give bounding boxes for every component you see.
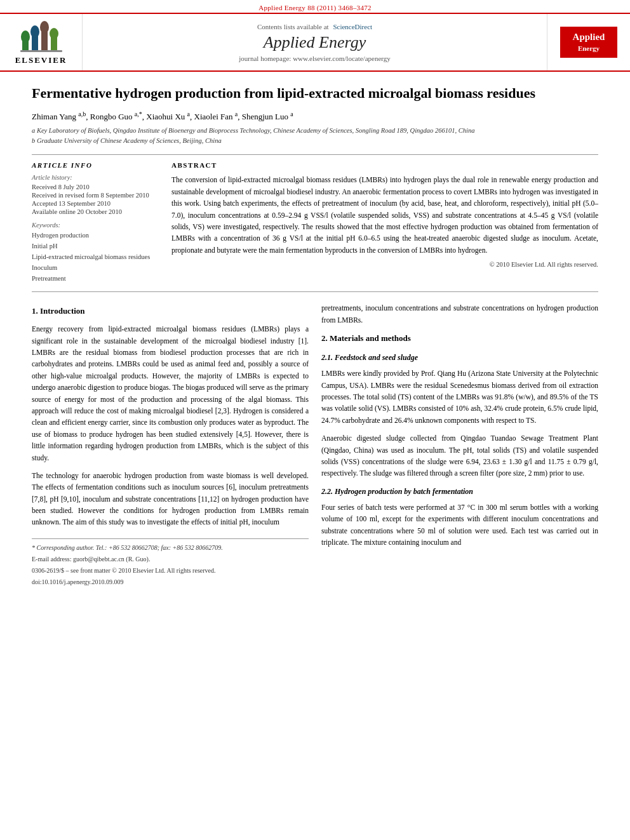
svg-point-3 [30,25,39,38]
svg-point-5 [40,21,49,34]
keyword-5: Pretreatment [32,274,159,284]
abstract-text: The conversion of lipid-extracted microa… [171,174,598,256]
received-revised-date: Received in revised form 8 September 201… [32,192,159,199]
footnote-issn: 0306-2619/$ – see front matter © 2010 El… [32,566,309,575]
received-date: Received 8 July 2010 [32,183,159,190]
copyright-line: © 2010 Elsevier Ltd. All rights reserved… [171,261,598,268]
keywords-label: Keywords: [32,222,159,229]
svg-point-7 [50,28,58,39]
journal-reference-bar: Applied Energy 88 (2011) 3468–3472 [0,0,630,13]
accepted-date: Accepted 13 September 2010 [32,200,159,207]
keyword-2: Initial pH [32,241,159,252]
journal-title-area: Contents lists available at ScienceDirec… [83,14,547,70]
body-left-col: 1. Introduction Energy recovery from lip… [32,302,309,588]
body-right-col: pretreatments, inoculum concentrations a… [321,302,598,588]
svg-rect-8 [20,50,62,52]
intro-heading: 1. Introduction [32,305,309,318]
svg-point-1 [21,30,30,43]
feedstock-heading: 2.1. Feedstock and seed sludge [321,352,598,364]
affiliation-b: b Graduate University of Chinese Academy… [32,136,598,146]
keyword-3: Lipid-extracted microalgal biomass resid… [32,252,159,263]
elsevier-logo-area: ELSEVIER [0,14,83,70]
footnote-doi: doi:10.1016/j.apenergy.2010.09.009 [32,577,309,587]
keyword-1: Hydrogen production [32,230,159,241]
divider-2 [32,291,598,292]
elsevier-logo: ELSEVIER [15,19,67,65]
elsevier-tree-icon [19,19,64,54]
contents-available-line: Contents lists available at ScienceDirec… [257,23,372,30]
abstract-heading: ABSTRACT [171,161,598,169]
intro-para-2: The technology for anaerobic hydrogen pr… [32,470,309,528]
footnote-email: E-mail address: guorb@qibebt.ac.cn (R. G… [32,554,309,564]
batch-para-1: Four series of batch tests were performe… [321,502,598,549]
journal-homepage: journal homepage: www.elsevier.com/locat… [239,55,391,62]
elsevier-wordmark: ELSEVIER [15,55,67,65]
authors-line: Zhiman Yang a,b, Rongbo Guo a,*, Xiaohui… [32,110,598,122]
footnotes-section: * Corresponding author. Tel.: +86 532 80… [32,538,309,587]
journal-ref-text: Applied Energy 88 (2011) 3468–3472 [258,4,372,11]
badge-line2: Energy [578,44,600,52]
journal-badge-area: Applied Energy [547,14,630,70]
divider-1 [32,154,598,155]
article-title: Fermentative hydrogen production from li… [32,84,598,103]
intro-para-1: Energy recovery from lipid-extracted mic… [32,323,309,463]
keywords-section: Keywords: Hydrogen production Initial pH… [32,222,159,284]
main-content-area: Fermentative hydrogen production from li… [0,72,630,601]
feedstock-para-2: Anaerobic digested sludge collected from… [321,432,598,479]
batch-heading: 2.2. Hydrogen production by batch fermen… [321,486,598,498]
affiliations-block: a Key Laboratory of Biofuels, Qingdao In… [32,126,598,146]
article-info-abstract-section: ARTICLE INFO Article history: Received 8… [32,161,598,284]
feedstock-para-1: LMBRs were kindly provided by Prof. Qian… [321,368,598,426]
journal-header: ELSEVIER Contents lists available at Sci… [0,13,630,72]
body-two-columns: 1. Introduction Energy recovery from lip… [32,302,598,588]
article-history-label: Article history: [32,174,159,181]
abstract-column: ABSTRACT The conversion of lipid-extract… [171,161,598,284]
available-online-date: Available online 20 October 2010 [32,208,159,215]
sciencedirect-link[interactable]: ScienceDirect [333,23,372,30]
journal-title: Applied Energy [264,33,366,52]
article-info-heading: ARTICLE INFO [32,161,159,169]
footnote-star: * Corresponding author. Tel.: +86 532 80… [32,543,309,552]
materials-heading: 2. Materials and methods [321,332,598,345]
badge-line1: Applied [565,30,612,44]
applied-energy-badge: Applied Energy [560,27,617,57]
authors-text: Zhiman Yang a,b, Rongbo Guo a,*, Xiaohui… [32,112,293,121]
intro-continued: pretreatments, inoculum concentrations a… [321,302,598,326]
affiliation-a: a Key Laboratory of Biofuels, Qingdao In… [32,126,598,136]
article-info-column: ARTICLE INFO Article history: Received 8… [32,161,159,284]
keyword-4: Inoculum [32,263,159,274]
